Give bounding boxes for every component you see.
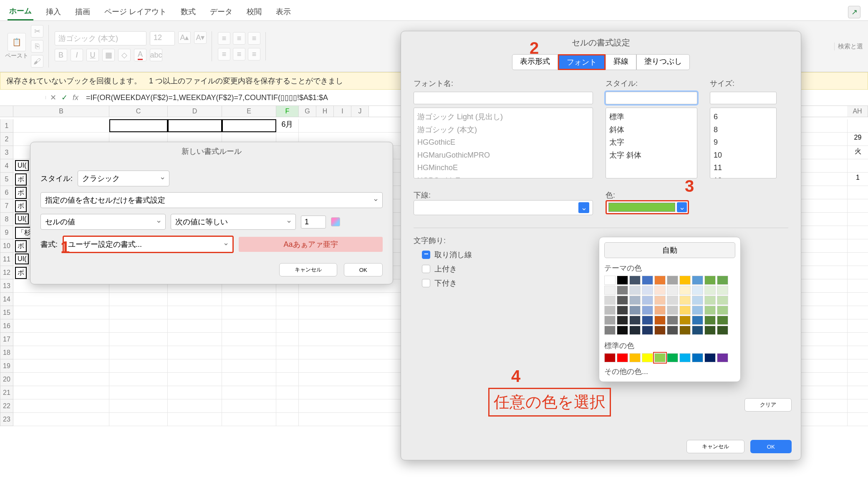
list-item[interactable]: HGMinchoE [417,161,589,174]
color-swatch[interactable] [617,276,628,285]
color-swatch[interactable] [679,316,691,325]
color-swatch[interactable] [717,276,728,285]
color-swatch[interactable] [629,276,641,285]
cell[interactable] [847,186,868,199]
color-swatch[interactable] [654,316,666,325]
color-swatch[interactable] [667,296,678,305]
color-swatch[interactable] [629,353,641,362]
tab-draw[interactable]: 描画 [73,4,92,20]
align-center-icon[interactable]: ≡ [233,48,245,60]
style-combo[interactable]: クラシック [78,171,169,186]
tab-border[interactable]: 罫線 [606,54,636,70]
color-swatch[interactable] [704,286,716,295]
color-swatch[interactable] [604,306,616,315]
list-item[interactable]: HGMaruGothicMPRO [417,149,589,162]
chevron-down-icon[interactable]: ⌄ [578,202,589,213]
col-header[interactable]: G [299,106,316,117]
color-swatch[interactable] [717,286,728,295]
strike-checkbox[interactable] [422,251,430,259]
format-with-combo[interactable]: ユーザー設定の書式... [63,236,234,253]
color-swatch[interactable] [679,276,691,285]
col-header[interactable]: AH [847,106,868,117]
cut-icon[interactable]: ✂ [31,25,43,38]
color-swatch[interactable] [654,306,666,315]
color-swatch[interactable] [717,316,728,325]
cell[interactable] [847,346,868,359]
cell[interactable] [847,213,868,226]
col-header[interactable]: D [168,106,222,117]
row-header[interactable]: 5 [0,173,13,186]
cancel-formula-icon[interactable]: ✕ [50,93,56,102]
style-input[interactable] [606,92,697,104]
col-header[interactable]: E [222,106,276,117]
list-item[interactable]: HGGothicE [417,136,589,149]
select-all-corner[interactable] [0,106,13,117]
color-swatch[interactable] [629,306,641,315]
color-swatch[interactable] [654,353,666,362]
color-swatch[interactable] [617,286,628,295]
color-swatch[interactable] [679,306,691,315]
increase-font-icon[interactable]: A▴ [178,31,191,44]
tab-review[interactable]: 校閲 [245,4,263,20]
color-swatch[interactable] [617,326,628,335]
list-item[interactable]: 6 [714,110,773,123]
list-item[interactable]: 12 [714,174,773,178]
cell[interactable]: 6月 [276,119,299,132]
decrease-font-icon[interactable]: A▾ [194,31,207,44]
border-icon[interactable]: ▦ [102,49,115,61]
condition-mid-combo[interactable]: 次の値に等しい [171,214,296,230]
color-swatch[interactable] [617,306,628,315]
copy-icon[interactable]: ⎘ [31,40,43,53]
color-swatch[interactable] [604,286,616,295]
color-swatch[interactable] [667,276,678,285]
font-size-combo[interactable]: 12 [150,31,175,45]
color-swatch[interactable] [654,296,666,305]
more-colors-button[interactable]: その他の色... [604,367,735,377]
color-swatch[interactable] [667,306,678,315]
superscript-checkbox[interactable] [422,265,430,273]
row-header[interactable]: 18 [0,346,13,359]
cell[interactable] [847,253,868,266]
cell[interactable] [847,239,868,253]
confirm-formula-icon[interactable]: ✓ [61,93,68,102]
clear-button[interactable]: クリア [744,398,792,412]
col-header[interactable]: I [334,106,351,117]
color-swatch[interactable] [692,296,703,305]
row-header[interactable]: 12 [0,266,13,279]
list-item[interactable]: 游ゴシック (本文) [417,123,589,136]
list-item[interactable]: 10 [714,149,773,162]
fx-icon[interactable]: fx [73,93,78,102]
color-swatch[interactable] [629,326,641,335]
color-swatch[interactable] [717,296,728,305]
style-list[interactable]: 標準斜体太字太字 斜体 [606,108,697,178]
color-swatch[interactable] [717,326,728,335]
color-swatch[interactable] [604,353,616,362]
color-swatch[interactable] [604,296,616,305]
color-swatch[interactable] [692,276,703,285]
color-swatch[interactable] [679,353,691,362]
cell[interactable] [847,413,868,426]
color-swatch[interactable] [629,296,641,305]
tab-fill[interactable]: 塗りつぶし [636,54,690,70]
color-swatch[interactable] [654,276,666,285]
row-header[interactable]: 23 [0,413,13,426]
color-swatch[interactable] [692,326,703,335]
cell[interactable] [847,373,868,386]
list-item[interactable]: 標準 [609,110,694,123]
color-swatch[interactable] [679,326,691,335]
row-header[interactable]: 15 [0,306,13,319]
cell[interactable] [847,159,868,173]
cell[interactable] [847,333,868,346]
color-swatch[interactable] [604,326,616,335]
range-picker-icon[interactable] [331,217,340,226]
cell[interactable] [847,293,868,306]
color-swatch[interactable] [604,316,616,325]
cell[interactable]: 1 [847,173,868,186]
row-header[interactable]: 2 [0,133,13,146]
row-header[interactable]: 1 [0,119,13,133]
font-color-combo[interactable]: ⌄ [606,200,689,214]
font-name-list[interactable]: 游ゴシック Light (見出し)游ゴシック (本文)HGGothicEHGMa… [414,108,593,178]
cell[interactable] [847,319,868,333]
color-swatch[interactable] [642,306,653,315]
color-swatch[interactable] [692,306,703,315]
